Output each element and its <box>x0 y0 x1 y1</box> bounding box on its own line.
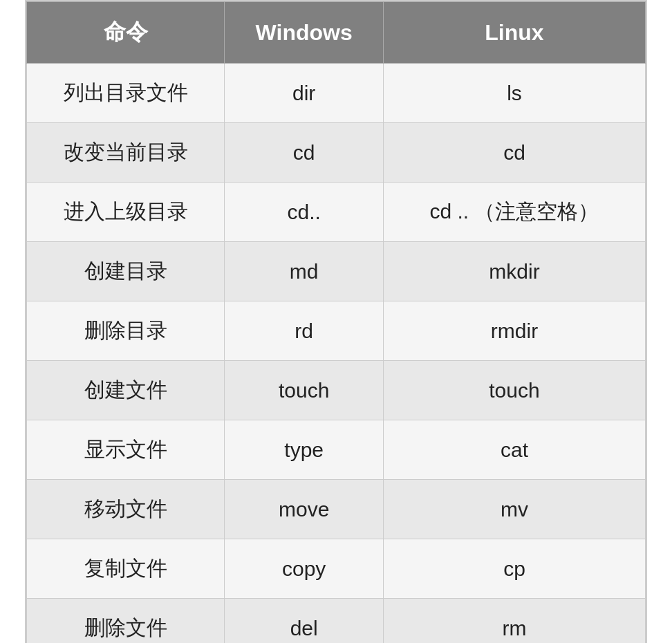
table-row: 显示文件typecat <box>27 420 646 480</box>
table-row: 删除文件delrm <box>27 599 646 644</box>
cell-linux: cp <box>383 539 645 599</box>
cell-windows: dir <box>225 64 384 123</box>
cell-linux: ls <box>383 64 645 123</box>
table-row: 移动文件movemv <box>27 480 646 539</box>
cell-linux: cat <box>383 420 645 480</box>
cell-command: 创建文件 <box>27 361 225 420</box>
cell-windows: copy <box>225 539 384 599</box>
cell-command: 显示文件 <box>27 420 225 480</box>
command-comparison-table: 命令 Windows Linux 列出目录文件dirls改变当前目录cdcd进入… <box>25 0 647 643</box>
cell-linux: rmdir <box>383 301 645 361</box>
cell-windows: cd <box>225 123 384 183</box>
cell-windows: cd.. <box>225 183 384 242</box>
table-row: 复制文件copycp <box>27 539 646 599</box>
cell-command: 删除文件 <box>27 599 225 644</box>
table-row: 创建文件touchtouch <box>27 361 646 420</box>
cell-linux: cd <box>383 123 645 183</box>
cell-linux: rm <box>383 599 645 644</box>
cell-windows: type <box>225 420 384 480</box>
cell-windows: md <box>225 242 384 301</box>
header-windows: Windows <box>225 2 384 64</box>
table-row: 进入上级目录cd..cd .. （注意空格） <box>27 183 646 242</box>
cell-linux: mkdir <box>383 242 645 301</box>
cell-windows: move <box>225 480 384 539</box>
cell-linux: touch <box>383 361 645 420</box>
cell-linux: cd .. （注意空格） <box>383 183 645 242</box>
cell-command: 改变当前目录 <box>27 123 225 183</box>
cell-command: 列出目录文件 <box>27 64 225 123</box>
table-row: 改变当前目录cdcd <box>27 123 646 183</box>
cell-windows: del <box>225 599 384 644</box>
cell-command: 复制文件 <box>27 539 225 599</box>
cell-command: 移动文件 <box>27 480 225 539</box>
cell-command: 进入上级目录 <box>27 183 225 242</box>
table-row: 创建目录mdmkdir <box>27 242 646 301</box>
cell-windows: rd <box>225 301 384 361</box>
header-command: 命令 <box>27 2 225 64</box>
cell-command: 创建目录 <box>27 242 225 301</box>
table-row: 列出目录文件dirls <box>27 64 646 123</box>
cell-command: 删除目录 <box>27 301 225 361</box>
table-row: 删除目录rdrmdir <box>27 301 646 361</box>
cell-linux: mv <box>383 480 645 539</box>
cell-windows: touch <box>225 361 384 420</box>
header-linux: Linux <box>383 2 645 64</box>
table-header-row: 命令 Windows Linux <box>27 2 646 64</box>
